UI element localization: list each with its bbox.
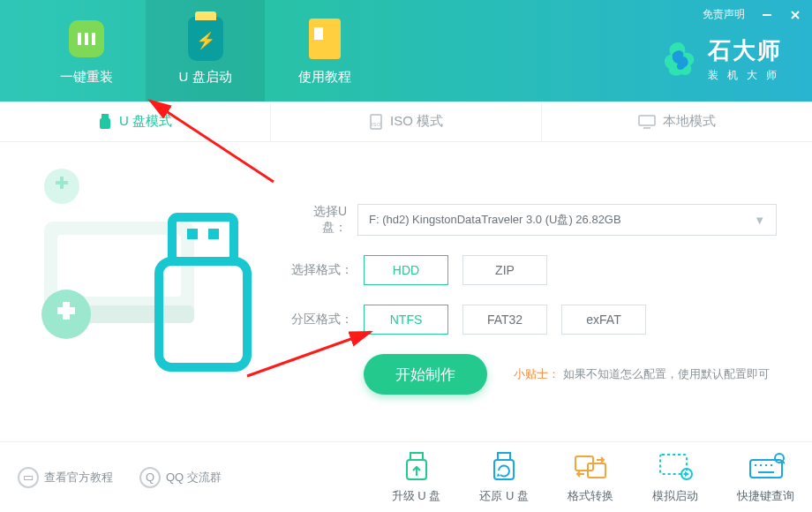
partition-option-fat32[interactable]: FAT32 <box>462 305 547 335</box>
convert-icon <box>572 451 609 483</box>
top-tab-reinstall[interactable]: 一键重装 <box>26 0 146 102</box>
subtab-label: ISO 模式 <box>390 113 443 130</box>
format-option-hdd[interactable]: HDD <box>364 255 448 285</box>
brand-logo: 石大师 装机大师 <box>658 35 786 83</box>
top-tab-label: 一键重装 <box>60 69 113 86</box>
simulate-icon <box>657 451 694 483</box>
svg-text:ISO: ISO <box>372 122 381 127</box>
top-tab-usb-boot[interactable]: U 盘启动 <box>146 0 265 102</box>
subtab-label: U 盘模式 <box>119 113 172 130</box>
subtab-label: 本地模式 <box>663 113 716 130</box>
config-form: 选择U盘： F: (hd2) KingstonDataTraveler 3.0 … <box>291 204 777 395</box>
subtab-usb-mode[interactable]: U 盘模式 <box>0 102 271 141</box>
upgrade-usb-icon <box>398 451 435 483</box>
partition-option-exfat[interactable]: exFAT <box>561 305 646 335</box>
logo-icon <box>658 39 699 79</box>
tool-label: 格式转换 <box>568 488 613 504</box>
footer-link-qq[interactable]: Q QQ 交流群 <box>139 467 222 488</box>
partition-option-group: NTFS FAT32 exFAT <box>364 305 646 335</box>
tool-label: 升级 U 盘 <box>392 488 441 504</box>
usb-icon <box>98 114 112 130</box>
subtab-local-mode[interactable]: 本地模式 <box>542 102 812 141</box>
sub-tabs: U 盘模式 ISO ISO 模式 本地模式 <box>0 102 812 142</box>
tutorial-icon <box>307 16 342 62</box>
select-disk-dropdown[interactable]: F: (hd2) KingstonDataTraveler 3.0 (U盘) 2… <box>357 204 777 236</box>
logo-subtitle: 装机大师 <box>708 68 786 83</box>
partition-option-ntfs[interactable]: NTFS <box>364 305 448 335</box>
footer: ▭ 查看官方教程 Q QQ 交流群 升级 U 盘 还原 U 盘 格式转换 模拟启… <box>0 441 812 512</box>
iso-icon: ISO <box>369 114 383 130</box>
keyboard-icon <box>748 451 785 483</box>
svg-rect-4 <box>100 118 110 129</box>
tool-upgrade-usb[interactable]: 升级 U 盘 <box>392 451 441 504</box>
format-option-zip[interactable]: ZIP <box>462 255 547 285</box>
tool-simulate-boot[interactable]: 模拟启动 <box>652 451 698 504</box>
partition-label: 分区格式： <box>291 312 353 328</box>
chevron-down-icon: ▼ <box>754 214 765 227</box>
book-icon: ▭ <box>18 467 39 488</box>
svg-rect-21 <box>410 453 423 460</box>
tool-label: 快捷键查询 <box>737 488 794 504</box>
format-label: 选择格式： <box>291 262 353 278</box>
titlebar-right: 免责声明 <box>703 7 801 22</box>
top-tabs: 一键重装 U 盘启动 使用教程 <box>0 0 384 102</box>
tool-restore-usb[interactable]: 还原 U 盘 <box>479 451 529 504</box>
usb-boot-icon <box>188 16 223 62</box>
format-option-group: HDD ZIP <box>364 255 547 285</box>
usb-illustration <box>18 160 265 372</box>
monitor-icon <box>638 115 656 129</box>
footer-link-tutorial[interactable]: ▭ 查看官方教程 <box>18 467 113 488</box>
hint-body: 如果不知道怎么配置，使用默认配置即可 <box>563 367 770 380</box>
footer-link-label: 查看官方教程 <box>44 470 113 486</box>
reinstall-icon <box>69 16 104 62</box>
hint-label: 小贴士： <box>514 367 560 380</box>
logo-title: 石大师 <box>708 35 786 66</box>
svg-rect-7 <box>639 116 655 125</box>
tool-hotkey-lookup[interactable]: 快捷键查询 <box>737 451 794 504</box>
minimize-button[interactable] <box>761 9 773 21</box>
svg-rect-3 <box>102 114 109 118</box>
start-create-button[interactable]: 开始制作 <box>364 354 487 395</box>
footer-left: ▭ 查看官方教程 Q QQ 交流群 <box>18 467 222 488</box>
svg-rect-23 <box>498 453 510 460</box>
main-panel: 选择U盘： F: (hd2) KingstonDataTraveler 3.0 … <box>0 142 812 441</box>
svg-rect-16 <box>208 229 219 239</box>
top-tab-label: U 盘启动 <box>179 69 232 86</box>
close-button[interactable] <box>789 9 801 21</box>
select-disk-value: F: (hd2) KingstonDataTraveler 3.0 (U盘) 2… <box>369 212 621 228</box>
subtab-iso-mode[interactable]: ISO ISO 模式 <box>271 102 542 141</box>
svg-rect-15 <box>187 229 198 239</box>
footer-tools: 升级 U 盘 还原 U 盘 格式转换 模拟启动 快捷键查询 <box>392 451 794 504</box>
tool-format-convert[interactable]: 格式转换 <box>568 451 613 504</box>
top-tab-tutorial[interactable]: 使用教程 <box>265 0 384 102</box>
primary-button-label: 开始制作 <box>395 365 455 385</box>
hint-text: 小贴士：如果不知道怎么配置，使用默认配置即可 <box>514 366 770 382</box>
select-disk-label: 选择U盘： <box>291 204 347 236</box>
top-tab-label: 使用教程 <box>298 69 351 86</box>
titlebar: 一键重装 U 盘启动 使用教程 免责声明 石大师 装机大师 <box>0 0 812 102</box>
restore-usb-icon <box>485 451 523 483</box>
footer-link-label: QQ 交流群 <box>166 470 222 486</box>
qq-icon: Q <box>139 467 161 488</box>
tool-label: 模拟启动 <box>652 488 698 504</box>
tool-label: 还原 U 盘 <box>479 488 529 504</box>
disclaimer-link[interactable]: 免责声明 <box>703 7 745 22</box>
